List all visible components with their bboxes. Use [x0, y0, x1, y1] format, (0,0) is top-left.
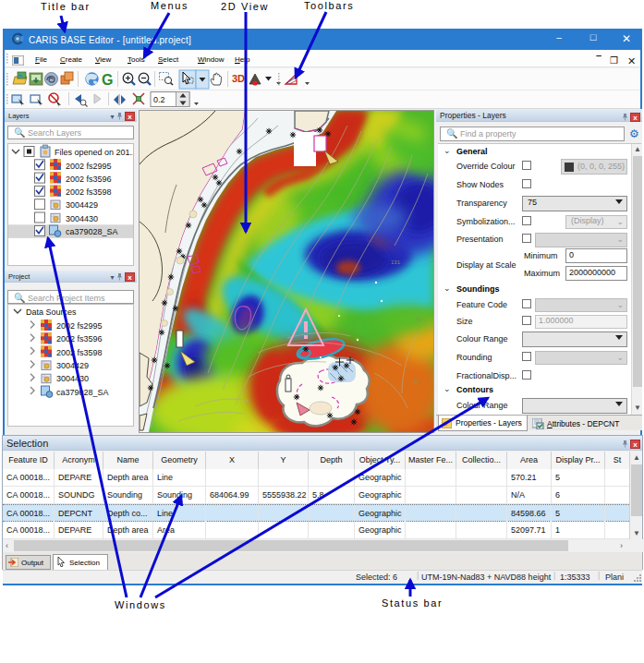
- svg-text:ca379028_SA: ca379028_SA: [56, 388, 109, 397]
- svg-text:2002 fs3598: 2002 fs3598: [66, 187, 112, 197]
- svg-text:92: 92: [413, 380, 419, 385]
- svg-text:ca379028_SA: ca379028_SA: [66, 227, 118, 236]
- svg-text:3004429: 3004429: [56, 361, 89, 370]
- svg-text:2002 fs3598: 2002 fs3598: [56, 348, 103, 357]
- svg-text:Data Sources: Data Sources: [26, 307, 77, 317]
- svg-text:G: G: [102, 72, 113, 88]
- svg-text:3004430: 3004430: [56, 374, 89, 383]
- svg-text:3D: 3D: [232, 73, 245, 84]
- svg-text:3004430: 3004430: [66, 214, 98, 223]
- svg-text:2002 fs2995: 2002 fs2995: [56, 321, 103, 331]
- svg-text:54: 54: [417, 317, 423, 322]
- svg-text:2002 fs3596: 2002 fs3596: [66, 175, 112, 184]
- svg-text:2002 fs2995: 2002 fs2995: [66, 162, 112, 171]
- svg-text:2002 fs3596: 2002 fs3596: [56, 334, 103, 344]
- svg-text:0.2: 0.2: [153, 95, 165, 104]
- svg-text:Files opened on 201...: Files opened on 201...: [55, 148, 133, 157]
- svg-text:3004429: 3004429: [66, 200, 98, 210]
- svg-text:131: 131: [391, 259, 401, 265]
